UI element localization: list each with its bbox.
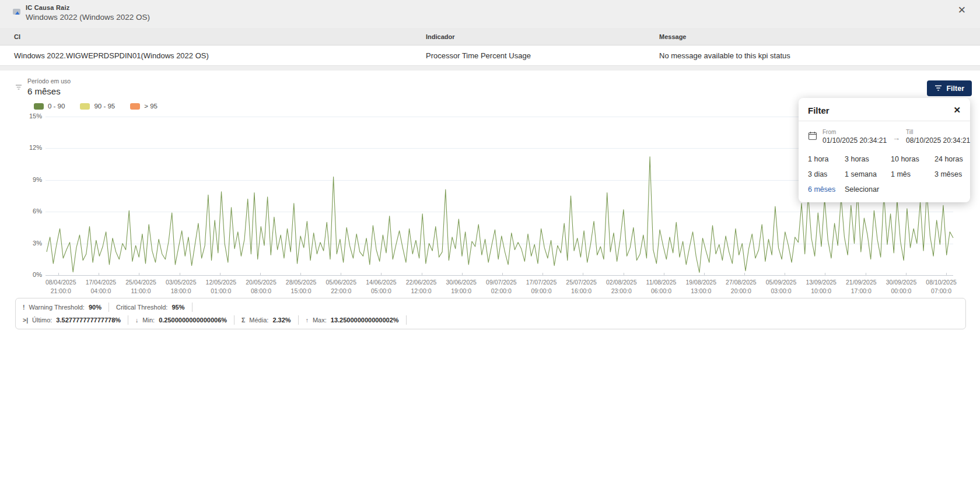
filter-button-label: Filter [946,85,964,93]
y-axis-tick-label: 3% [33,240,42,247]
filter-popup: Filter ✕ From 01/10/2025 20:34:21 → Till… [799,98,970,202]
x-tick-date: 02/08/2025 [606,278,637,287]
stat-segment: ↓Min: 0.2500000000000006% [135,315,235,325]
x-tick-time: 04:00:0 [86,287,117,296]
ci-table: CI Indicador Message Windows 2022.WIGWEP… [0,28,980,66]
quick-range-option[interactable]: 1 hora [808,155,837,163]
x-tick-time: 18:00:0 [166,287,197,296]
legend-label: 0 - 90 [48,103,65,110]
x-axis-tick-label: 02/08/202523:00:0 [606,278,637,295]
x-tick-time: 19:00:0 [446,287,477,296]
x-tick-time: 05:00:0 [366,287,397,296]
x-tick-date: 17/07/2025 [526,278,557,287]
till-group: Till 08/10/2025 20:34:21 [906,129,970,145]
quick-range-option[interactable]: 3 horas [845,155,883,163]
x-axis-tick-label: 09/07/202502:00:0 [486,278,517,295]
x-axis-tick-label: 30/06/202519:00:0 [446,278,477,295]
x-axis-tick-label: 11/08/202506:00:0 [646,278,677,295]
stat-segment: Critical Threshold: 95% [116,303,192,312]
y-axis-tick-label: 15% [29,113,42,119]
x-tick-date: 11/08/2025 [646,278,677,287]
x-axis-tick-label: 13/09/202510:00:0 [806,278,836,295]
date-range-row: From 01/10/2025 20:34:21 → Till 08/10/20… [799,121,970,147]
stat-segment: ↑Max: 13.250000000000002% [306,315,407,325]
x-tick-date: 09/07/2025 [486,278,517,287]
stat-label: Último: [32,317,54,324]
calendar-icon [808,131,817,143]
x-axis-tick-label: 25/07/202516:00:0 [566,278,597,295]
x-tick-date: 20/05/2025 [246,278,276,287]
filter-popup-title: Filter [808,106,830,115]
x-tick-time: 01:00:0 [206,287,237,296]
x-axis-tick-label: 14/06/202505:00:0 [366,278,397,295]
x-tick-time: 17:00:0 [846,287,877,296]
stat-segment: ΣMédia: 2.32% [242,315,299,325]
quick-range-option[interactable]: 1 semana [845,170,883,178]
image-icon [13,8,21,16]
from-date-input[interactable]: 01/10/2025 20:34:21 [822,136,887,145]
cell-message: No message available to this kpi status [645,51,980,60]
x-tick-date: 21/09/2025 [846,278,877,287]
stats-box: !Warning Threshold: 90%Critical Threshol… [15,298,966,329]
modal-subtitle: Windows 2022 (Windows 2022 OS) [26,13,150,22]
x-tick-time: 09:00:0 [526,287,557,296]
chart-legend: 0 - 9090 - 95> 95 [34,103,158,110]
legend-label: > 95 [144,103,158,110]
till-label: Till [906,129,970,135]
threshold-row: !Warning Threshold: 90%Critical Threshol… [16,301,965,314]
x-tick-date: 25/04/2025 [125,278,156,287]
x-tick-date: 03/05/2025 [166,278,197,287]
stat-icon: ! [23,304,25,311]
legend-swatch [80,103,90,110]
period-value: 6 mêses [27,86,71,96]
x-tick-time: 06:00:0 [646,287,677,296]
x-tick-date: 05/06/2025 [326,278,356,287]
x-tick-time: 02:00:0 [486,287,517,296]
stat-icon: ↑ [306,317,309,324]
legend-label: 90 - 95 [94,103,115,110]
quick-range-option[interactable]: 24 horas [935,155,978,163]
filter-button[interactable]: Filter [927,80,972,96]
quick-range-option[interactable]: 3 mêses [935,170,978,178]
x-tick-time: 23:00:0 [606,287,637,296]
x-tick-time: 00:00:0 [886,287,917,296]
x-tick-time: 20:00:0 [726,287,757,296]
x-tick-date: 27/08/2025 [726,278,757,287]
quick-range-option[interactable]: 3 dias [808,170,837,178]
x-tick-time: 03:00:0 [766,287,797,296]
quick-range-option[interactable]: 6 mêses [808,185,837,194]
quick-range-option[interactable]: 10 horas [891,155,927,163]
from-label: From [822,129,887,135]
stat-icon: Σ [242,317,245,324]
x-axis-tick-label: 21/09/202517:00:0 [846,278,877,295]
table-header-row: CI Indicador Message [0,28,980,45]
column-header-message: Message [645,33,980,40]
x-tick-time: 13:00:0 [685,287,716,296]
x-tick-date: 28/05/2025 [286,278,317,287]
y-axis-tick-label: 6% [33,208,42,215]
close-icon[interactable]: ✕ [958,5,966,15]
x-tick-date: 05/09/2025 [766,278,797,287]
stat-icon: ↓ [135,317,138,324]
legend-swatch [34,103,44,110]
quick-range-row: 1 hora3 horas10 horas24 horas [808,155,961,163]
till-date-input[interactable]: 08/10/2025 20:34:21 [906,136,970,145]
x-tick-time: 11:00:0 [125,287,156,296]
table-row[interactable]: Windows 2022.WIGWEPRDSPDIN01(Windows 202… [0,45,980,66]
x-tick-time: 10:00:0 [806,287,836,296]
y-axis-tick-label: 9% [33,176,42,183]
x-axis-tick-label: 08/10/202507:00:0 [926,278,957,295]
column-header-ci: CI [0,33,412,40]
stat-label: Média: [249,317,270,324]
stat-label: Warning Threshold: [29,304,86,311]
quick-range-option[interactable]: Selecionar [845,185,883,194]
x-tick-time: 12:00:0 [406,287,437,296]
x-tick-date: 19/08/2025 [685,278,716,287]
stat-value: 13.250000000000002% [331,317,399,324]
cell-ci: Windows 2022.WIGWEPRDSPDIN01(Windows 202… [0,51,412,60]
popup-close-icon[interactable]: ✕ [953,105,961,115]
x-axis-tick-label: 17/04/202504:00:0 [86,278,117,295]
x-axis-tick-label: 17/07/202509:00:0 [526,278,557,295]
x-axis-tick-label: 30/09/202500:00:0 [886,278,917,295]
quick-range-option[interactable]: 1 mês [891,170,927,178]
